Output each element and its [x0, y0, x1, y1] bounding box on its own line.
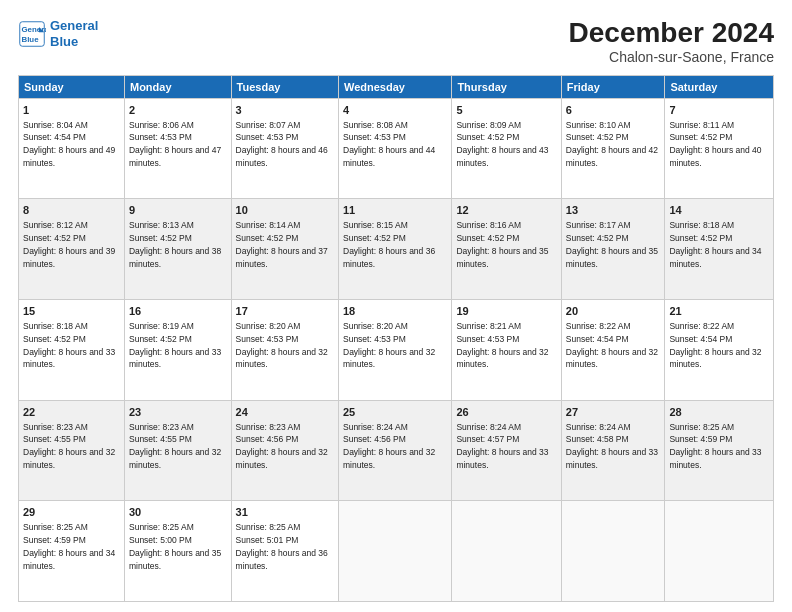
week-row-4: 22Sunrise: 8:23 AMSunset: 4:55 PMDayligh…: [19, 400, 774, 501]
day-daylight-label: Daylight: 8 hours and 40 minutes.: [669, 145, 761, 168]
header: General Blue General Blue December 2024 …: [18, 18, 774, 65]
day-sunrise: Sunrise: 8:07 AM: [236, 120, 301, 130]
day-daylight-label: Daylight: 8 hours and 47 minutes.: [129, 145, 221, 168]
week-row-3: 15Sunrise: 8:18 AMSunset: 4:52 PMDayligh…: [19, 300, 774, 401]
day-number: 21: [669, 304, 769, 319]
day-sunset: Sunset: 4:52 PM: [23, 334, 86, 344]
col-header-saturday: Saturday: [665, 75, 774, 98]
day-daylight-label: Daylight: 8 hours and 32 minutes.: [236, 347, 328, 370]
day-sunset: Sunset: 5:01 PM: [236, 535, 299, 545]
day-cell: [452, 501, 561, 602]
day-cell: [665, 501, 774, 602]
day-sunrise: Sunrise: 8:15 AM: [343, 220, 408, 230]
day-sunset: Sunset: 4:54 PM: [23, 132, 86, 142]
day-sunset: Sunset: 4:53 PM: [236, 132, 299, 142]
day-sunrise: Sunrise: 8:24 AM: [343, 422, 408, 432]
day-cell: 21Sunrise: 8:22 AMSunset: 4:54 PMDayligh…: [665, 300, 774, 401]
day-sunset: Sunset: 4:54 PM: [669, 334, 732, 344]
day-daylight-label: Daylight: 8 hours and 32 minutes.: [236, 447, 328, 470]
day-sunrise: Sunrise: 8:25 AM: [129, 522, 194, 532]
day-sunrise: Sunrise: 8:04 AM: [23, 120, 88, 130]
day-cell: 31Sunrise: 8:25 AMSunset: 5:01 PMDayligh…: [231, 501, 338, 602]
day-cell: 26Sunrise: 8:24 AMSunset: 4:57 PMDayligh…: [452, 400, 561, 501]
day-number: 16: [129, 304, 227, 319]
day-daylight-label: Daylight: 8 hours and 43 minutes.: [456, 145, 548, 168]
svg-text:General: General: [22, 25, 47, 34]
day-sunset: Sunset: 4:58 PM: [566, 434, 629, 444]
day-sunrise: Sunrise: 8:16 AM: [456, 220, 521, 230]
day-sunset: Sunset: 4:53 PM: [236, 334, 299, 344]
day-cell: 29Sunrise: 8:25 AMSunset: 4:59 PMDayligh…: [19, 501, 125, 602]
day-sunset: Sunset: 4:57 PM: [456, 434, 519, 444]
day-cell: 27Sunrise: 8:24 AMSunset: 4:58 PMDayligh…: [561, 400, 665, 501]
day-number: 29: [23, 505, 120, 520]
day-sunrise: Sunrise: 8:11 AM: [669, 120, 734, 130]
day-cell: 22Sunrise: 8:23 AMSunset: 4:55 PMDayligh…: [19, 400, 125, 501]
day-daylight-label: Daylight: 8 hours and 32 minutes.: [23, 447, 115, 470]
day-daylight-label: Daylight: 8 hours and 33 minutes.: [669, 447, 761, 470]
day-daylight-label: Daylight: 8 hours and 34 minutes.: [23, 548, 115, 571]
day-sunrise: Sunrise: 8:10 AM: [566, 120, 631, 130]
day-sunrise: Sunrise: 8:25 AM: [236, 522, 301, 532]
day-cell: 9Sunrise: 8:13 AMSunset: 4:52 PMDaylight…: [124, 199, 231, 300]
day-number: 20: [566, 304, 661, 319]
day-number: 5: [456, 103, 556, 118]
day-daylight-label: Daylight: 8 hours and 32 minutes.: [343, 347, 435, 370]
day-sunset: Sunset: 4:54 PM: [566, 334, 629, 344]
day-sunrise: Sunrise: 8:06 AM: [129, 120, 194, 130]
day-daylight-label: Daylight: 8 hours and 32 minutes.: [669, 347, 761, 370]
col-header-thursday: Thursday: [452, 75, 561, 98]
day-number: 30: [129, 505, 227, 520]
day-number: 11: [343, 203, 447, 218]
day-sunrise: Sunrise: 8:23 AM: [129, 422, 194, 432]
day-number: 9: [129, 203, 227, 218]
day-cell: 20Sunrise: 8:22 AMSunset: 4:54 PMDayligh…: [561, 300, 665, 401]
day-cell: 28Sunrise: 8:25 AMSunset: 4:59 PMDayligh…: [665, 400, 774, 501]
day-sunset: Sunset: 5:00 PM: [129, 535, 192, 545]
day-number: 26: [456, 405, 556, 420]
day-sunset: Sunset: 4:52 PM: [129, 334, 192, 344]
day-daylight-label: Daylight: 8 hours and 49 minutes.: [23, 145, 115, 168]
day-sunset: Sunset: 4:53 PM: [456, 334, 519, 344]
day-number: 18: [343, 304, 447, 319]
day-number: 23: [129, 405, 227, 420]
day-sunrise: Sunrise: 8:18 AM: [23, 321, 88, 331]
day-daylight-label: Daylight: 8 hours and 36 minutes.: [236, 548, 328, 571]
day-sunrise: Sunrise: 8:24 AM: [566, 422, 631, 432]
logo: General Blue General Blue: [18, 18, 98, 49]
day-cell: 23Sunrise: 8:23 AMSunset: 4:55 PMDayligh…: [124, 400, 231, 501]
day-daylight-label: Daylight: 8 hours and 33 minutes.: [23, 347, 115, 370]
day-number: 22: [23, 405, 120, 420]
day-number: 13: [566, 203, 661, 218]
day-sunset: Sunset: 4:56 PM: [343, 434, 406, 444]
day-sunset: Sunset: 4:52 PM: [669, 233, 732, 243]
week-row-1: 1Sunrise: 8:04 AMSunset: 4:54 PMDaylight…: [19, 98, 774, 199]
col-header-friday: Friday: [561, 75, 665, 98]
day-sunrise: Sunrise: 8:14 AM: [236, 220, 301, 230]
day-sunset: Sunset: 4:52 PM: [129, 233, 192, 243]
col-header-monday: Monday: [124, 75, 231, 98]
day-daylight-label: Daylight: 8 hours and 33 minutes.: [129, 347, 221, 370]
day-sunrise: Sunrise: 8:08 AM: [343, 120, 408, 130]
day-cell: 1Sunrise: 8:04 AMSunset: 4:54 PMDaylight…: [19, 98, 125, 199]
day-sunrise: Sunrise: 8:23 AM: [236, 422, 301, 432]
day-sunset: Sunset: 4:52 PM: [23, 233, 86, 243]
day-sunrise: Sunrise: 8:22 AM: [669, 321, 734, 331]
title-block: December 2024 Chalon-sur-Saone, France: [569, 18, 774, 65]
day-cell: 12Sunrise: 8:16 AMSunset: 4:52 PMDayligh…: [452, 199, 561, 300]
day-daylight-label: Daylight: 8 hours and 42 minutes.: [566, 145, 658, 168]
day-cell: [561, 501, 665, 602]
day-daylight-label: Daylight: 8 hours and 35 minutes.: [129, 548, 221, 571]
main-title: December 2024: [569, 18, 774, 49]
day-sunrise: Sunrise: 8:25 AM: [669, 422, 734, 432]
day-daylight-label: Daylight: 8 hours and 39 minutes.: [23, 246, 115, 269]
day-number: 2: [129, 103, 227, 118]
day-cell: 15Sunrise: 8:18 AMSunset: 4:52 PMDayligh…: [19, 300, 125, 401]
col-header-tuesday: Tuesday: [231, 75, 338, 98]
day-daylight-label: Daylight: 8 hours and 32 minutes.: [456, 347, 548, 370]
day-sunset: Sunset: 4:52 PM: [236, 233, 299, 243]
day-daylight-label: Daylight: 8 hours and 35 minutes.: [456, 246, 548, 269]
day-cell: 7Sunrise: 8:11 AMSunset: 4:52 PMDaylight…: [665, 98, 774, 199]
day-cell: 16Sunrise: 8:19 AMSunset: 4:52 PMDayligh…: [124, 300, 231, 401]
day-number: 24: [236, 405, 334, 420]
